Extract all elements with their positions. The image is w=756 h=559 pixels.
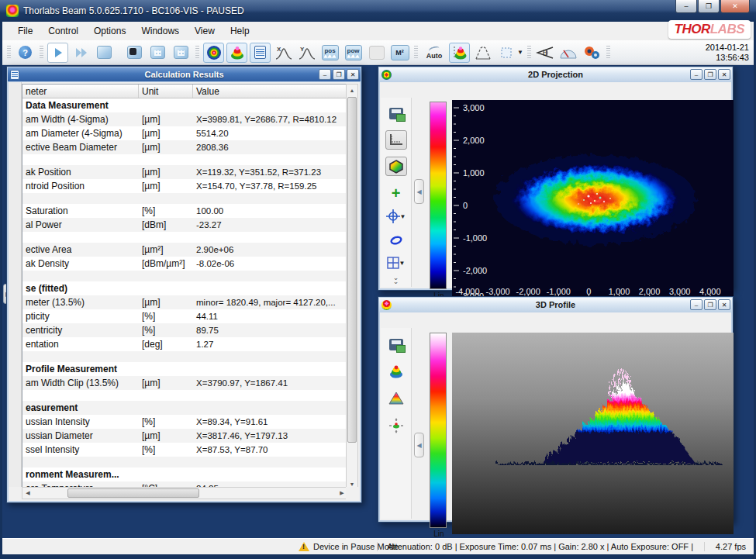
- 3d-plot[interactable]: [452, 333, 734, 534]
- beam-view-button[interactable]: [449, 43, 470, 63]
- 3d-collapse-handle[interactable]: ◀: [414, 433, 424, 457]
- table-row[interactable]: ussian Diameter[µm]X=3817.46, Y=1797.13: [22, 429, 347, 443]
- minimize-button[interactable]: –: [675, 0, 697, 13]
- menu-file[interactable]: File: [10, 23, 40, 39]
- menu-control[interactable]: Control: [40, 23, 86, 39]
- table-row[interactable]: [22, 457, 347, 468]
- table-row[interactable]: centricity[%]89.75: [22, 323, 347, 337]
- camera-settings-button[interactable]: [124, 43, 145, 63]
- table-row[interactable]: ntroid Position[µm]X=154.70, Y=37.78, R=…: [22, 179, 347, 193]
- 2d-minimize-button[interactable]: –: [690, 69, 702, 80]
- 2d-crosshair-control[interactable]: ▼: [386, 209, 406, 223]
- menu-windows[interactable]: Windows: [133, 23, 187, 39]
- table-row[interactable]: al Power[dBm]-23.27: [22, 218, 347, 232]
- horizontal-scrollbar[interactable]: ◀ ▶: [22, 487, 348, 499]
- 3d-minimize-button[interactable]: –: [690, 299, 702, 310]
- table-row[interactable]: Profile Measurement: [22, 362, 347, 376]
- 2d-plot[interactable]: 3,0002,0001,0000-1,000-2,000 -4,000-3,00…: [452, 100, 734, 302]
- toolbar-grip[interactable]: [527, 46, 531, 60]
- results-table-header[interactable]: neter Unit Value: [22, 85, 347, 98]
- 3d-rotate-button[interactable]: [385, 416, 407, 436]
- auto-calc-button[interactable]: Auto: [422, 43, 447, 63]
- table-row[interactable]: [22, 154, 347, 165]
- table-row[interactable]: pticity[%]44.11: [22, 309, 347, 323]
- table-row[interactable]: am Diameter (4-Sigma)[µm]5514.20: [22, 126, 347, 140]
- 3d-view-button[interactable]: [385, 361, 407, 381]
- more-tools-chevron[interactable]: ⌄⌄: [393, 276, 399, 284]
- table-row[interactable]: ussian Intensity[%]X=89.34, Y=91.61: [22, 415, 347, 429]
- results-table[interactable]: neter Unit Value Data Measurementam Widt…: [22, 84, 348, 490]
- save-data-button[interactable]: [94, 43, 115, 63]
- column-unit[interactable]: Unit: [139, 85, 193, 98]
- table-row[interactable]: Data Measurement: [22, 98, 347, 112]
- settings-button[interactable]: [582, 43, 602, 63]
- table-row[interactable]: [22, 232, 347, 243]
- table-row[interactable]: [22, 271, 347, 281]
- 3d-restore-button[interactable]: ❐: [704, 299, 716, 310]
- table-row[interactable]: se (fitted): [22, 281, 347, 295]
- 3d-colormap-button[interactable]: [385, 388, 407, 409]
- 2d-palette-button[interactable]: [385, 157, 407, 176]
- scroll-left-arrow[interactable]: ◀: [22, 488, 33, 499]
- table-row[interactable]: [22, 390, 347, 401]
- calc-title-bar[interactable]: Calculation Results – ❐ ✕: [8, 67, 361, 81]
- vertical-scroll-thumb[interactable]: [347, 97, 357, 443]
- column-parameter[interactable]: neter: [22, 85, 139, 98]
- 2d-close-button[interactable]: ✕: [718, 69, 730, 80]
- vertical-scrollbar[interactable]: ▲ ▼: [346, 84, 358, 490]
- 2d-grid-control[interactable]: ▼: [387, 257, 406, 269]
- 3d-profile-button[interactable]: [226, 43, 247, 63]
- table-row[interactable]: [22, 351, 347, 362]
- roi-dropdown-arrow[interactable]: ▼: [517, 49, 523, 56]
- menu-view[interactable]: View: [187, 23, 223, 39]
- y-profile-button[interactable]: Y: [296, 43, 317, 63]
- x-profile-button[interactable]: X: [273, 43, 294, 63]
- toolbar-grip[interactable]: [606, 46, 610, 60]
- table-row[interactable]: entation[deg]1.27: [22, 337, 347, 351]
- calc-minimize-button[interactable]: –: [319, 69, 331, 80]
- table-row[interactable]: am Width (4-Sigma)[µm]X=3989.81, Y=2686.…: [22, 112, 347, 126]
- 2d-add-marker-button[interactable]: +: [385, 183, 407, 202]
- table-row[interactable]: meter (13.5%)[µm]minor= 1820.49, major= …: [22, 295, 347, 309]
- table-row[interactable]: am Width Clip (13.5%)[µm]X=3790.97, Y=18…: [22, 376, 347, 390]
- 2d-restore-button[interactable]: ❐: [704, 69, 716, 80]
- divergence-button[interactable]: θ: [535, 43, 556, 63]
- calculation-results-button[interactable]: [250, 43, 271, 63]
- 2d-projection-button[interactable]: [203, 43, 224, 63]
- maximize-button[interactable]: ❐: [698, 0, 720, 13]
- table-row[interactable]: ssel Intensity[%]X=87.53, Y=87.70: [22, 443, 347, 457]
- horizontal-scroll-thumb[interactable]: [67, 488, 199, 498]
- menu-help[interactable]: Help: [223, 23, 257, 39]
- roi-select-button[interactable]: [495, 43, 516, 63]
- table-row[interactable]: [22, 193, 347, 204]
- 2d-title-bar[interactable]: 2D Projection – ❐ ✕: [379, 67, 732, 81]
- 3d-title-bar[interactable]: 3D Profile – ❐ ✕: [379, 298, 732, 312]
- scroll-up-arrow[interactable]: ▲: [347, 85, 357, 95]
- table-row[interactable]: ak Density[dBm/µm²]-8.02e-06: [22, 257, 347, 271]
- toolbar-grip[interactable]: [7, 46, 11, 60]
- table-row[interactable]: Saturation[%]100.00: [22, 204, 347, 218]
- table-row[interactable]: ective Beam Diameter[µm]2808.36: [22, 140, 347, 154]
- play-button[interactable]: [47, 43, 68, 63]
- 2d-collapse-handle[interactable]: ◀: [414, 179, 424, 204]
- 2d-save-image-button[interactable]: [385, 104, 407, 123]
- column-value[interactable]: Value: [193, 85, 347, 98]
- table-row[interactable]: ak Position[µm]X=119.32, Y=351.52, R=371…: [22, 165, 347, 179]
- crosshair-dropdown-arrow[interactable]: ▼: [400, 213, 406, 220]
- power-plot-button[interactable]: pow: [343, 43, 364, 63]
- 3d-save-image-button[interactable]: [385, 334, 407, 354]
- 2d-ellipse-button[interactable]: [385, 230, 407, 250]
- position-plot-button[interactable]: pos: [319, 43, 340, 63]
- toolbar-grip[interactable]: [195, 46, 199, 60]
- menu-options[interactable]: Options: [86, 23, 133, 39]
- close-button[interactable]: ✕: [720, 0, 750, 13]
- help-button[interactable]: ?: [15, 43, 36, 63]
- m-squared-button[interactable]: M²: [389, 43, 410, 63]
- grid-dropdown-arrow[interactable]: ▼: [399, 260, 406, 267]
- toolbar-grip[interactable]: [414, 46, 418, 60]
- step-button[interactable]: [71, 43, 91, 63]
- table-row[interactable]: ective Area[µm²]2.90e+06: [22, 243, 347, 257]
- table-row[interactable]: ronment Measurem...: [22, 468, 347, 481]
- gauss-fit-button[interactable]: [472, 43, 493, 63]
- power-meter-button[interactable]: [558, 43, 579, 63]
